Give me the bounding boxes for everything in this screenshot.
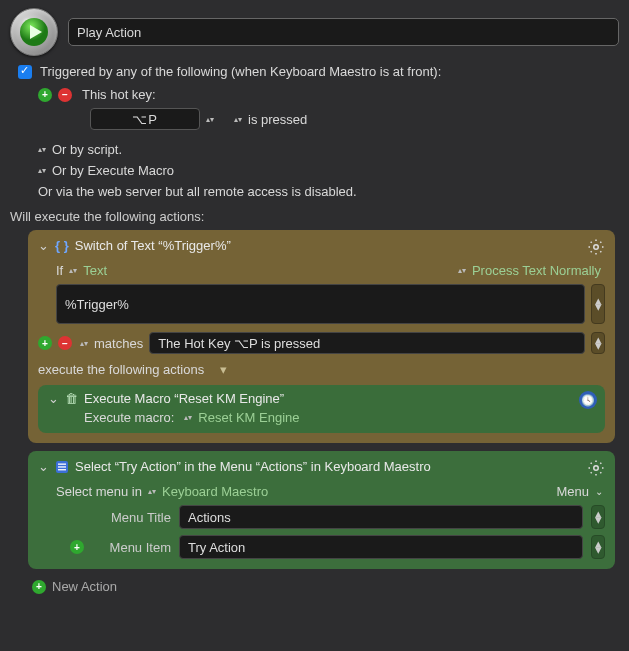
process-stepper-icon[interactable]: ▴▾ xyxy=(458,268,466,273)
switch-title: Switch of Text “%Trigger%” xyxy=(75,238,231,253)
hotkey-label: This hot key: xyxy=(82,87,156,102)
macro-picker-stepper-icon[interactable]: ▴▾ xyxy=(184,415,192,420)
menu-title-input[interactable] xyxy=(179,505,583,529)
triggered-label: Triggered by any of the following (when … xyxy=(40,64,441,79)
gear-icon[interactable] xyxy=(587,459,605,477)
select-menu-in-label: Select menu in xyxy=(56,484,142,499)
trash-icon: 🗑 xyxy=(65,391,78,406)
svg-point-7 xyxy=(594,466,599,471)
app-picker-value[interactable]: Keyboard Maestro xyxy=(162,484,268,499)
is-pressed-stepper-icon[interactable]: ▴▾ xyxy=(234,117,242,122)
triggered-checkbox[interactable] xyxy=(18,65,32,79)
process-mode[interactable]: Process Text Normally xyxy=(472,263,601,278)
or-exec-macro-stepper-icon[interactable]: ▴▾ xyxy=(38,168,46,173)
new-action-label[interactable]: New Action xyxy=(52,579,117,594)
actions-heading: Will execute the following actions: xyxy=(10,209,619,224)
menu-item-stepper[interactable]: ▴▾ xyxy=(591,535,605,559)
execute-label: execute the following actions xyxy=(38,362,204,377)
disclosure-icon[interactable]: ⌄ xyxy=(38,238,49,253)
matches-label: matches xyxy=(94,336,143,351)
or-script-stepper-icon[interactable]: ▴▾ xyxy=(38,147,46,152)
play-icon xyxy=(10,8,58,56)
menu-item-label: Menu Item xyxy=(96,540,171,555)
triangle-down-icon[interactable]: ▾ xyxy=(220,362,227,377)
disclosure-icon[interactable]: ⌄ xyxy=(48,391,59,406)
list-icon xyxy=(55,460,69,474)
new-action-button[interactable]: + xyxy=(32,580,46,594)
macro-name-input[interactable] xyxy=(68,18,619,46)
add-menu-item-button[interactable]: + xyxy=(70,540,84,554)
svg-point-2 xyxy=(594,245,599,250)
remove-case-button[interactable]: − xyxy=(58,336,72,350)
add-case-button[interactable]: + xyxy=(38,336,52,350)
select-menu-title: Select “Try Action” in the Menu “Actions… xyxy=(75,459,431,474)
if-type-stepper-icon[interactable]: ▴▾ xyxy=(69,268,77,273)
svg-rect-5 xyxy=(58,466,66,467)
is-pressed-label: is pressed xyxy=(248,112,307,127)
if-label: If xyxy=(56,263,63,278)
app-picker-stepper-icon[interactable]: ▴▾ xyxy=(148,489,156,494)
execute-macro-action-panel[interactable]: ⌄ 🗑 Execute Macro “Reset KM Engine” 🕓 Ex… xyxy=(38,385,605,433)
hotkey-stepper-icon[interactable]: ▴▾ xyxy=(206,117,214,122)
matches-input[interactable] xyxy=(149,332,585,354)
if-type-value[interactable]: Text xyxy=(83,263,107,278)
switch-text-input[interactable]: %Trigger% xyxy=(56,284,585,324)
switch-text-stepper[interactable]: ▴▾ xyxy=(591,284,605,324)
menu-item-input[interactable] xyxy=(179,535,583,559)
matches-value-stepper[interactable]: ▴▾ xyxy=(591,332,605,354)
matches-stepper-icon[interactable]: ▴▾ xyxy=(80,341,88,346)
remove-trigger-button[interactable]: − xyxy=(58,88,72,102)
braces-icon: { } xyxy=(55,238,69,253)
switch-action-panel[interactable]: ⌄ { } Switch of Text “%Trigger%” If ▴▾ T… xyxy=(28,230,615,443)
execute-macro-label: Execute macro: xyxy=(84,410,174,425)
svg-rect-6 xyxy=(58,469,66,470)
add-trigger-button[interactable]: + xyxy=(38,88,52,102)
gear-icon[interactable] xyxy=(587,238,605,256)
disclosure-icon[interactable]: ⌄ xyxy=(38,459,49,474)
macro-picker-value[interactable]: Reset KM Engine xyxy=(198,410,299,425)
or-exec-macro-label: Or by Execute Macro xyxy=(52,163,174,178)
or-script-label: Or by script. xyxy=(52,142,122,157)
or-webserver-label: Or via the web server but all remote acc… xyxy=(38,184,357,199)
chevron-down-icon[interactable]: ⌄ xyxy=(595,486,603,497)
menu-title-label: Menu Title xyxy=(96,510,171,525)
menu-title-stepper[interactable]: ▴▾ xyxy=(591,505,605,529)
svg-rect-4 xyxy=(58,463,66,464)
select-menu-action-panel[interactable]: ⌄ Select “Try Action” in the Menu “Actio… xyxy=(28,451,615,569)
menu-popup-label[interactable]: Menu xyxy=(556,484,589,499)
execute-macro-title: Execute Macro “Reset KM Engine” xyxy=(84,391,284,406)
hotkey-input[interactable]: ⌥P xyxy=(90,108,200,130)
clock-icon[interactable]: 🕓 xyxy=(579,391,597,409)
